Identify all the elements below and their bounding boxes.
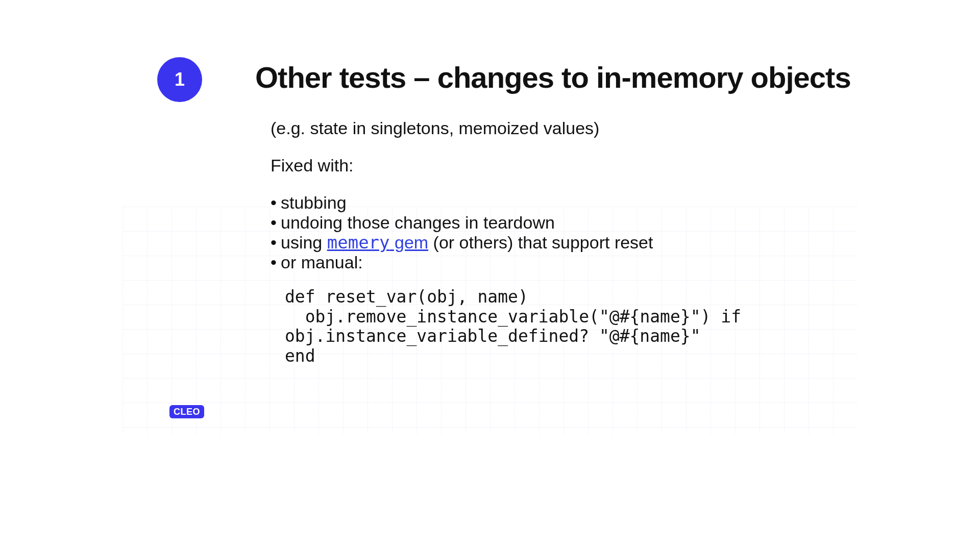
slide-number-badge: 1 (157, 57, 202, 102)
slide: 1 Other tests – changes to in-memory obj… (122, 20, 857, 434)
bullet-text: undoing those changes in teardown (281, 213, 555, 232)
logo-text: CLEO (174, 407, 200, 417)
slide-title: Other tests – changes to in-memory objec… (255, 60, 851, 94)
link-code: memery (327, 232, 390, 253)
link-rest: gem (390, 233, 429, 252)
code-block: def reset_var(obj, name) obj.remove_inst… (285, 287, 796, 367)
fixed-with-label: Fixed with: (271, 156, 796, 176)
bullet-text: or manual: (281, 253, 363, 272)
bullet-text-prefix: using (281, 233, 327, 252)
cleo-logo: CLEO (169, 405, 204, 418)
memery-gem-link[interactable]: memery gem (327, 233, 428, 252)
slide-number: 1 (175, 69, 185, 90)
bullet-text: stubbing (281, 193, 347, 212)
subtitle-text: (e.g. state in singletons, memoized valu… (271, 118, 796, 138)
list-item: undoing those changes in teardown (271, 213, 796, 233)
fixes-list: stubbing undoing those changes in teardo… (271, 193, 796, 272)
slide-container: 1 Other tests – changes to in-memory obj… (0, 0, 980, 551)
list-item: or manual: (271, 253, 796, 272)
list-item: stubbing (271, 193, 796, 213)
bullet-text-suffix: (or others) that support reset (428, 233, 653, 252)
list-item: using memery gem (or others) that suppor… (271, 233, 796, 253)
slide-body: (e.g. state in singletons, memoized valu… (271, 118, 796, 366)
